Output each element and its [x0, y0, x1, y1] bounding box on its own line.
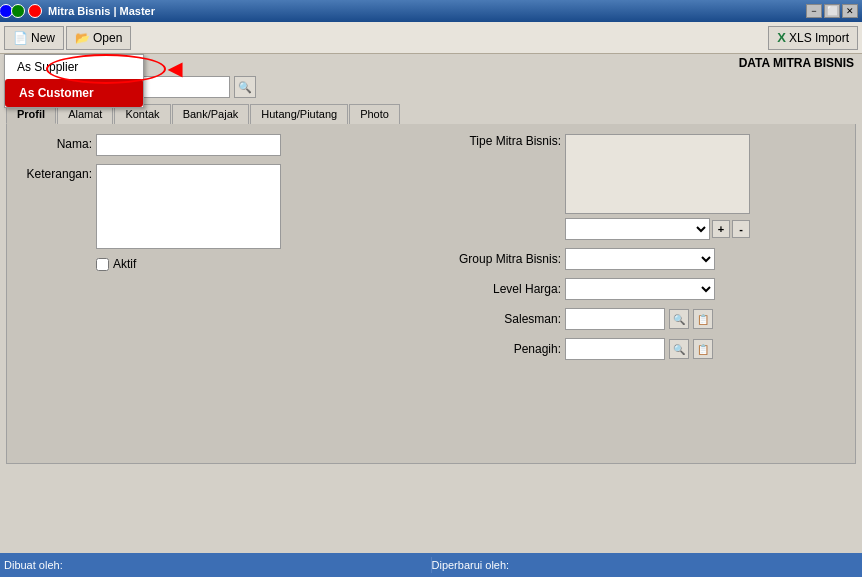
title-bar: Mitra Bisnis | Master − ⬜ ✕ [0, 0, 862, 22]
salesman-label: Salesman: [446, 312, 561, 326]
search-icon: 🔍 [238, 81, 252, 94]
salesman-browse-button[interactable]: 📋 [693, 309, 713, 329]
tab-photo[interactable]: Photo [349, 104, 400, 124]
form-left: Nama: Keterangan: Aktif [17, 134, 416, 271]
tab-bankpajak[interactable]: Bank/Pajak [172, 104, 250, 124]
tipe-controls: + - [565, 218, 750, 240]
penagih-input[interactable] [565, 338, 665, 360]
restore-button[interactable]: ⬜ [824, 4, 840, 18]
nama-input[interactable] [96, 134, 281, 156]
window-controls: − ⬜ ✕ [806, 4, 858, 18]
tipe-select[interactable] [565, 218, 710, 240]
nama-label: Nama: [17, 134, 92, 151]
xls-import-button[interactable]: X XLS Import [768, 26, 858, 50]
group-select[interactable] [565, 248, 715, 270]
tab-profil-label: Profil [17, 108, 45, 120]
salesman-input[interactable] [565, 308, 665, 330]
toolbar: 📄 New 📂 Open As Supplier As Customer ◀ X… [0, 22, 862, 54]
new-button-label: New [31, 31, 55, 45]
dibuat-section: Dibuat oleh: [4, 559, 431, 571]
penagih-label: Penagih: [446, 342, 561, 356]
penagih-browse-icon: 📋 [697, 344, 709, 355]
nama-row: Nama: [17, 134, 416, 156]
close-button[interactable]: ✕ [842, 4, 858, 18]
data-title: DATA MITRA BISNIS [739, 56, 854, 70]
level-label: Level Harga: [446, 282, 561, 296]
xls-icon: X [777, 30, 786, 45]
tipe-row: Tipe Mitra Bisnis: + - [446, 134, 845, 240]
penagih-search-button[interactable]: 🔍 [669, 339, 689, 359]
tipe-remove-button[interactable]: - [732, 220, 750, 238]
salesman-browse-icon: 📋 [697, 314, 709, 325]
aktif-row: Aktif [96, 257, 416, 271]
window-title: Mitra Bisnis | Master [48, 5, 155, 17]
salesman-search-button[interactable]: 🔍 [669, 309, 689, 329]
tipe-area [565, 134, 750, 214]
dibuat-label: Dibuat oleh: [4, 559, 63, 571]
keterangan-label: Keterangan: [17, 164, 92, 181]
minus-icon: - [739, 223, 743, 235]
group-row: Group Mitra Bisnis: [446, 248, 845, 270]
minimize-button[interactable]: − [806, 4, 822, 18]
id-search-button[interactable]: 🔍 [234, 76, 256, 98]
open-folder-icon: 📂 [75, 31, 90, 45]
level-row: Level Harga: [446, 278, 845, 300]
keterangan-row: Keterangan: [17, 164, 416, 249]
salesman-search-icon: 🔍 [673, 314, 685, 325]
tab-hutangpiutang[interactable]: Hutang/Piutang [250, 104, 348, 124]
logo-r [28, 4, 42, 18]
status-bar: Dibuat oleh: Diperbarui oleh: [0, 553, 862, 577]
app-logo [4, 4, 42, 18]
tipe-label: Tipe Mitra Bisnis: [446, 134, 561, 148]
logo-g [11, 4, 25, 18]
keterangan-textarea[interactable] [96, 164, 281, 249]
form-right: Tipe Mitra Bisnis: + - [446, 134, 845, 368]
open-button[interactable]: 📂 Open [66, 26, 131, 50]
tab-kontak-label: Kontak [125, 108, 159, 120]
group-label: Group Mitra Bisnis: [446, 252, 561, 266]
open-button-label: Open [93, 31, 122, 45]
tab-hutangpiutang-label: Hutang/Piutang [261, 108, 337, 120]
penagih-row: Penagih: 🔍 📋 [446, 338, 845, 360]
aktif-checkbox[interactable] [96, 258, 109, 271]
diperbarui-section: Diperbarui oleh: [432, 559, 859, 571]
tipe-area-container: + - [565, 134, 750, 240]
form-panel: Nama: Keterangan: Aktif Tipe Mitra Bisni… [6, 124, 856, 464]
tab-alamat-label: Alamat [68, 108, 102, 120]
penagih-search-icon: 🔍 [673, 344, 685, 355]
as-customer-item[interactable]: As Customer [5, 79, 143, 107]
dropdown-menu: As Supplier As Customer [4, 54, 144, 108]
penagih-browse-button[interactable]: 📋 [693, 339, 713, 359]
as-supplier-item[interactable]: As Supplier [5, 55, 143, 79]
level-select[interactable] [565, 278, 715, 300]
tab-photo-label: Photo [360, 108, 389, 120]
tipe-add-button[interactable]: + [712, 220, 730, 238]
plus-icon: + [718, 223, 724, 235]
tab-bankpajak-label: Bank/Pajak [183, 108, 239, 120]
aktif-label: Aktif [113, 257, 136, 271]
salesman-row: Salesman: 🔍 📋 [446, 308, 845, 330]
new-doc-icon: 📄 [13, 31, 28, 45]
xls-import-label: XLS Import [789, 31, 849, 45]
diperbarui-label: Diperbarui oleh: [432, 559, 510, 571]
new-button[interactable]: 📄 New [4, 26, 64, 50]
